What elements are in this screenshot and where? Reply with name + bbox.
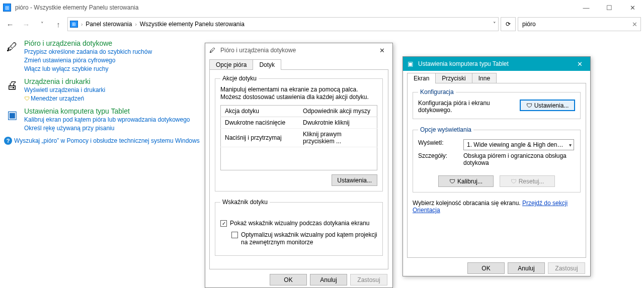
pen-icon: 🖊 (208, 46, 216, 54)
tab-screen[interactable]: Ekran (407, 73, 436, 83)
search-input[interactable] (521, 20, 632, 28)
apply-button[interactable]: Zastosuj (548, 262, 585, 274)
touch-actions-description: Manipuluj elementami na ekranie za pomoc… (220, 86, 377, 101)
tablet-icon: ▣ (406, 60, 414, 68)
group-label: Wskaźnik dotyku (220, 199, 270, 206)
orientation-text: Wybierz kolejność obracania się ekranu. (413, 200, 521, 207)
group-label: Opcje wyświetlania (418, 126, 473, 133)
result-heading[interactable]: Urządzenia i drukarki (24, 77, 105, 85)
col-touch-action[interactable]: Akcja dotyku (221, 106, 299, 117)
printer-icon: 🖨 (4, 77, 20, 93)
group-label: Akcje dotyku (220, 75, 259, 82)
close-icon[interactable]: ✕ (572, 58, 587, 69)
optimize-projection-checkbox[interactable]: Optymalizuj wskaźnik wizualny pod kątem … (231, 231, 377, 246)
col-mouse-equivalent[interactable]: Odpowiednik akcji myszy (299, 106, 377, 117)
touch-pointer-group: Wskaźnik dotyku Pokaż wskaźnik wizualny … (215, 199, 383, 256)
recent-locations-chevron[interactable]: ˅ (35, 17, 49, 31)
configuration-description: Konfiguracja pióra i ekranu dotykowego. (418, 100, 515, 114)
pen-and-touch-dialog: 🖊 Pióro i urządzenia dotykowe ✕ Opcje pi… (205, 43, 393, 288)
dialog-title: Pióro i urządzenia dotykowe (220, 47, 296, 54)
tab-pen-options[interactable]: Opcje pióra (209, 59, 253, 70)
table-row[interactable]: Naciśnij i przytrzymaj Kliknij prawym pr… (221, 129, 377, 147)
pen-icon: 🖊 (4, 39, 20, 55)
up-button[interactable]: ↑ (51, 17, 65, 31)
control-panel-icon: ⊞ (70, 21, 78, 28)
tab-touch[interactable]: Dotyk (253, 59, 281, 70)
address-bar[interactable]: ⊞ › Panel sterowania › Wszystkie element… (67, 17, 499, 31)
task-link[interactable]: Kalibruj ekran pod kątem pióra lub wprow… (24, 116, 190, 124)
cancel-button[interactable]: Anuluj (310, 274, 347, 285)
touch-actions-group: Akcje dotyku Manipuluj elementami na ekr… (215, 75, 383, 191)
apply-button[interactable]: Zastosuj (350, 274, 387, 285)
details-label: Szczegóły: (418, 152, 457, 159)
minimize-button[interactable]: — (575, 0, 598, 15)
ok-button[interactable]: OK (467, 262, 505, 274)
checkbox-icon (220, 220, 227, 227)
search-box[interactable]: ✕ (518, 17, 641, 31)
touch-action-settings-button[interactable]: Ustawienia... (332, 174, 377, 186)
address-dropdown-chevron[interactable]: ˅ (493, 21, 496, 28)
close-icon[interactable]: ✕ (374, 45, 389, 56)
display-label: Wyświetl: (418, 139, 457, 150)
window-title: pióro - Wszystkie elementy Panelu sterow… (15, 4, 138, 11)
table-row[interactable]: Dwukrotne naciśnięcie Dwukrotnie kliknij (221, 117, 377, 129)
details-value: Obsługa piórem i ograniczona obsługa dot… (463, 152, 575, 166)
task-link-device-manager[interactable]: Menedżer urządzeń (24, 94, 105, 103)
shield-icon: 🛡 (511, 178, 517, 185)
configure-settings-button[interactable]: 🛡 Ustawienia... (520, 100, 575, 111)
calibrate-button[interactable]: 🛡 Kalibruj... (438, 175, 494, 187)
tab-buttons[interactable]: Przyciski (435, 73, 472, 83)
dialog-title: Ustawienia komputera typu Tablet (418, 60, 509, 67)
forward-button[interactable]: → (19, 17, 33, 31)
breadcrumb-item[interactable]: Wszystkie elementy Panelu sterowania (140, 21, 245, 28)
checkbox-icon (231, 232, 238, 238)
chevron-down-icon: ▾ (569, 142, 572, 148)
cancel-button[interactable]: Anuluj (508, 262, 545, 274)
tab-other[interactable]: Inne (472, 73, 497, 83)
task-link[interactable]: Zmień ustawienia pióra cyfrowego (24, 56, 152, 65)
tablet-icon: ▣ (4, 107, 20, 123)
back-button[interactable]: ← (3, 17, 17, 31)
chevron-right-icon: › (135, 22, 136, 27)
result-heading[interactable]: Ustawienia komputera typu Tablet (24, 107, 190, 115)
tablet-pc-settings-dialog: ▣ Ustawienia komputera typu Tablet ✕ Ekr… (403, 56, 591, 276)
task-link[interactable]: Przypisz określone zadania do szybkich r… (24, 48, 152, 56)
touch-actions-table[interactable]: Akcja dotyku Odpowiednik akcji myszy Dwu… (220, 105, 377, 170)
maximize-button[interactable]: ☐ (598, 0, 621, 15)
group-label: Konfiguracja (418, 88, 456, 95)
task-link[interactable]: Wyświetl urządzenia i drukarki (24, 86, 105, 94)
shield-icon: 🛡 (449, 178, 455, 185)
shield-icon: 🛡 (526, 102, 532, 109)
refresh-button[interactable]: ⟳ (501, 17, 516, 31)
chevron-right-icon: › (81, 22, 83, 27)
display-select[interactable]: 1. Wide viewing angle & High density ▾ (463, 139, 574, 150)
display-options-group: Opcje wyświetlania Wyświetl: 1. Wide vie… (413, 126, 581, 193)
control-panel-icon: ⊞ (3, 4, 11, 12)
ok-button[interactable]: OK (270, 274, 307, 285)
result-heading[interactable]: Pióro i urządzenia dotykowe (24, 39, 152, 47)
help-icon: ? (4, 137, 12, 145)
breadcrumb-item[interactable]: Panel sterowania (86, 21, 132, 28)
show-visual-feedback-checkbox[interactable]: Pokaż wskaźnik wizualny podczas dotykani… (220, 220, 377, 227)
clear-search-icon[interactable]: ✕ (632, 21, 637, 28)
task-link[interactable]: Określ rękę używaną przy pisaniu (24, 124, 190, 133)
reset-button[interactable]: 🛡 Resetuj... (500, 175, 555, 187)
help-search-link[interactable]: Wyszukaj „pióro” w Pomocy i obsłudze tec… (14, 137, 200, 144)
task-link[interactable]: Włącz lub wyłącz szybkie ruchy (24, 65, 152, 73)
configuration-group: Konfiguracja Konfiguracja pióra i ekranu… (413, 88, 581, 119)
close-button[interactable]: ✕ (621, 0, 644, 15)
